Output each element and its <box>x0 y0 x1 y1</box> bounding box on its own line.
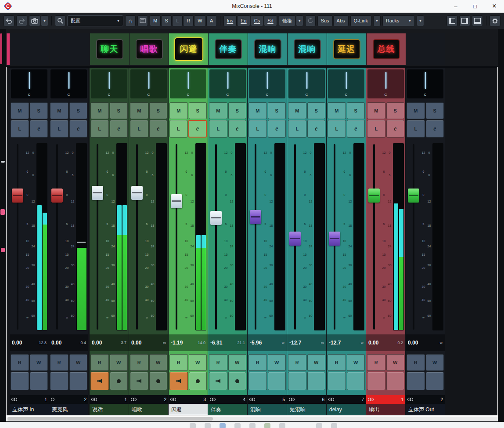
write-automation-button[interactable]: W <box>69 354 88 371</box>
record-enable-button[interactable] <box>30 372 48 390</box>
channel-list-button[interactable] <box>137 15 148 26</box>
solo-button[interactable]: S <box>307 102 326 119</box>
pan-control[interactable]: C <box>328 69 364 98</box>
record-enable-button[interactable] <box>110 372 128 390</box>
listen-button[interactable]: L <box>367 120 385 138</box>
listen-button[interactable]: L <box>328 120 346 138</box>
racks-extra-dropdown-button[interactable]: ▼ <box>417 15 424 26</box>
peak-value[interactable]: -12.8 <box>37 341 47 345</box>
bypass-eq-button[interactable]: Eq <box>237 15 250 26</box>
monitor-button[interactable] <box>209 372 227 390</box>
peak-value[interactable]: 0.2 <box>397 341 403 345</box>
channel-name[interactable]: 麦克风 <box>49 404 88 415</box>
left-zone-toggle-button[interactable] <box>446 15 457 26</box>
taskbar-icon-partial[interactable] <box>249 423 256 428</box>
write-automation-button[interactable]: W <box>268 354 286 371</box>
link-dropdown-button[interactable]: ▼ <box>296 15 303 26</box>
listen-button[interactable]: L <box>169 120 187 138</box>
monitor-button[interactable] <box>50 372 68 390</box>
window-layout-setup-button[interactable] <box>472 15 483 26</box>
channel-name[interactable]: 输出 <box>366 404 405 415</box>
solo-button[interactable]: S <box>69 102 88 119</box>
edit-channel-settings-button[interactable]: e <box>30 120 48 138</box>
fader-value[interactable]: -5.96 <box>250 340 262 346</box>
record-enable-button[interactable] <box>386 372 405 390</box>
listen-button[interactable]: L <box>407 120 425 138</box>
listen-all-button[interactable]: L <box>172 15 183 26</box>
taskbar-icon-partial[interactable] <box>234 423 241 428</box>
fader-value[interactable]: 0.00 <box>368 340 378 346</box>
record-enable-button[interactable] <box>307 372 326 390</box>
snapshot-dropdown-button[interactable]: ▼ <box>41 15 48 26</box>
undo-button[interactable] <box>4 15 14 26</box>
pan-control[interactable]: C <box>170 69 206 98</box>
scrollbar-thumb[interactable] <box>7 417 213 421</box>
fader-value[interactable]: -12.7 <box>289 340 301 346</box>
fader-value[interactable]: -1.19 <box>171 340 183 346</box>
mute-button[interactable]: M <box>50 102 68 119</box>
listen-button[interactable]: L <box>50 120 68 138</box>
channel-name[interactable]: 立体声 Out <box>406 404 445 415</box>
volume-fader[interactable] <box>248 143 263 330</box>
fader-cap[interactable] <box>51 189 63 203</box>
read-automation-button[interactable]: R <box>248 354 267 371</box>
write-automation-button[interactable]: W <box>110 354 128 371</box>
listen-button[interactable]: L <box>11 120 29 138</box>
fader-value[interactable]: 0.00 <box>12 340 22 346</box>
taskbar-icon-partial[interactable] <box>190 423 196 428</box>
listen-button[interactable]: L <box>130 120 148 138</box>
read-all-button[interactable]: R <box>183 15 194 26</box>
channel-name[interactable]: 唱歌 <box>129 404 168 415</box>
volume-fader[interactable] <box>11 143 25 330</box>
volume-fader[interactable] <box>209 143 223 330</box>
monitor-button[interactable] <box>130 372 148 390</box>
pan-control[interactable]: C <box>130 69 167 98</box>
write-automation-button[interactable]: W <box>228 354 247 371</box>
monitor-button[interactable] <box>90 372 109 390</box>
fader-value[interactable]: 0.00 <box>51 340 61 346</box>
fader-value[interactable]: 0.00 <box>131 340 141 346</box>
taskbar-icon-partial[interactable] <box>264 423 270 428</box>
track-picture-badge[interactable]: 闪避 <box>174 37 203 61</box>
write-automation-button[interactable]: W <box>386 354 405 371</box>
peak-value[interactable]: -21.1 <box>236 341 245 345</box>
maximize-button[interactable]: □ <box>465 0 485 12</box>
write-automation-button[interactable]: W <box>307 354 326 371</box>
fader-cap[interactable] <box>210 211 222 225</box>
taskbar-icon-partial[interactable] <box>331 423 337 428</box>
pan-control[interactable]: C <box>209 69 246 98</box>
redo-button[interactable] <box>16 15 27 26</box>
qlink-button[interactable]: Q-Link <box>350 15 371 26</box>
edit-channel-settings-button[interactable]: e <box>69 120 88 138</box>
minimize-button[interactable]: – <box>446 0 465 12</box>
mute-button[interactable]: M <box>367 102 385 119</box>
taskbar-icon-partial[interactable] <box>316 423 322 428</box>
taskbar-icon-partial[interactable] <box>279 423 285 428</box>
edit-channel-settings-button[interactable]: e <box>386 120 405 138</box>
pan-control[interactable]: C <box>11 69 47 98</box>
track-picture-badge[interactable]: 总线 <box>373 39 400 59</box>
write-automation-button[interactable]: W <box>30 354 48 371</box>
mute-button[interactable]: M <box>328 102 346 119</box>
close-button[interactable]: × <box>485 0 504 12</box>
monitor-button[interactable] <box>288 372 306 390</box>
volume-fader[interactable] <box>407 143 421 330</box>
channel-name[interactable]: 伴奏 <box>208 404 247 415</box>
track-picture-badge[interactable]: 混响 <box>294 39 321 59</box>
peak-value[interactable]: 3.7 <box>121 341 126 345</box>
read-automation-button[interactable]: R <box>50 354 68 371</box>
record-enable-button[interactable] <box>426 372 444 390</box>
abs-button[interactable]: Abs <box>333 15 349 26</box>
bypass-sends-button[interactable]: Sd <box>264 15 277 26</box>
taskbar-icon-partial[interactable] <box>205 423 211 428</box>
channel-name[interactable]: 说话 <box>90 404 129 415</box>
peak-value[interactable]: -∞ <box>320 341 324 345</box>
monitor-button[interactable] <box>11 372 29 390</box>
mute-button[interactable]: M <box>248 102 267 119</box>
solo-button[interactable]: S <box>189 102 207 119</box>
qlink-dropdown-button[interactable]: ▼ <box>373 15 381 26</box>
fader-cap[interactable] <box>12 189 23 203</box>
fader-cap[interactable] <box>92 186 103 200</box>
pan-control[interactable]: C <box>367 69 404 98</box>
pan-control[interactable]: C <box>407 69 443 98</box>
